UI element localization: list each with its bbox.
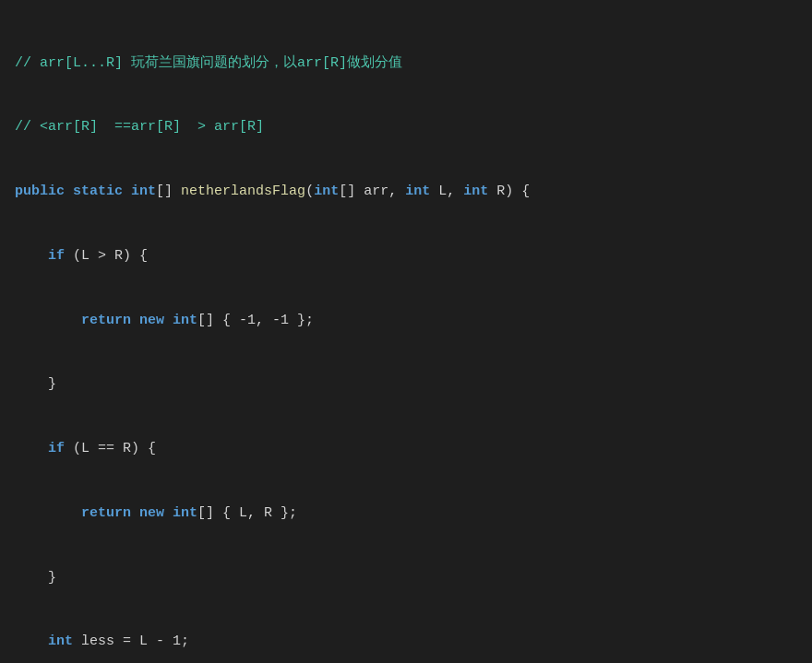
line-10: int less = L - 1; (15, 631, 797, 652)
line-9: } (15, 567, 797, 588)
line-4: if (L > R) { (15, 245, 797, 266)
line-7: if (L == R) { (15, 438, 797, 459)
line-1: // arr[L...R] 玩荷兰国旗问题的划分，以arr[R]做划分值 (15, 53, 797, 74)
code-container: // arr[L...R] 玩荷兰国旗问题的划分，以arr[R]做划分值 // … (15, 9, 797, 663)
line-3: public static int[] netherlandsFlag(int[… (15, 181, 797, 202)
line-5: return new int[] { -1, -1 }; (15, 310, 797, 331)
line-8: return new int[] { L, R }; (15, 503, 797, 524)
line-2: // <arr[R] ==arr[R] > arr[R] (15, 116, 797, 137)
line-6: } (15, 373, 797, 395)
